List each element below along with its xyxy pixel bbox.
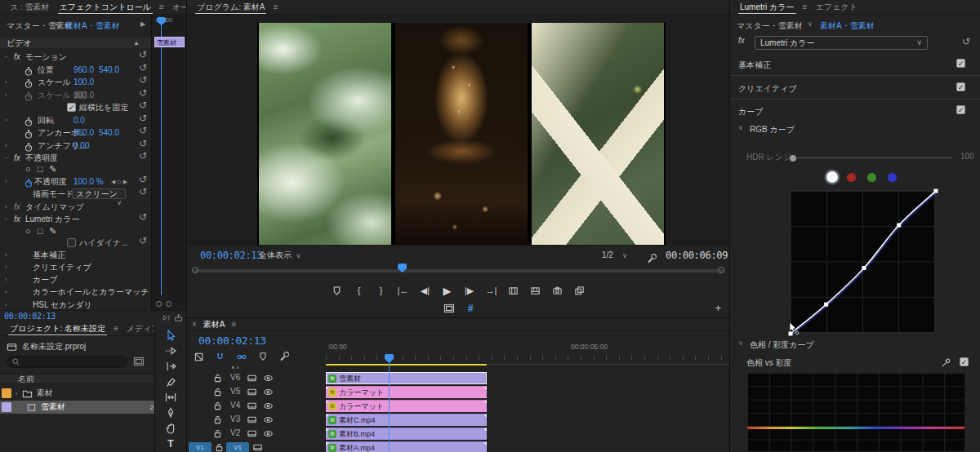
export-frame-icon[interactable]: [552, 285, 564, 296]
timeline-settings-wrench-icon[interactable]: [278, 351, 290, 362]
stopwatch-icon[interactable]: [24, 140, 33, 153]
anchor-x-value[interactable]: 960.0: [74, 126, 94, 139]
effect-row-creative[interactable]: › クリエイティブ: [0, 261, 151, 273]
timeline-clip-a[interactable]: fx素材A.mp4: [326, 441, 487, 452]
track-v2[interactable]: V2 fx素材B.mp4: [187, 428, 729, 440]
track-lock-icon[interactable]: [214, 442, 225, 452]
effect-row-lumetri[interactable]: › fx Lumetri カラー ↺: [0, 213, 151, 225]
ellipse-mask-icon[interactable]: ○: [25, 226, 38, 236]
zoom-handle-right[interactable]: [166, 301, 172, 307]
effect-row-basic-correction[interactable]: › 基本補正: [0, 249, 151, 261]
project-item-bin[interactable]: › 素材: [0, 387, 155, 400]
stopwatch-icon[interactable]: [24, 64, 33, 77]
track-name[interactable]: V6: [230, 373, 240, 382]
sync-lock-icon[interactable]: [252, 442, 263, 452]
twirl-closed-icon[interactable]: ›: [5, 249, 7, 261]
track-visibility-eye-icon[interactable]: [263, 414, 274, 425]
reset-icon[interactable]: ↺: [139, 126, 147, 135]
panel-menu-icon[interactable]: ≡: [114, 324, 118, 333]
collapse-icon[interactable]: ▲: [133, 38, 140, 48]
play-toggle-icon[interactable]: ▶: [140, 20, 145, 28]
razor-tool[interactable]: [165, 376, 176, 387]
tab-sequence[interactable]: 素材A: [200, 318, 229, 331]
tab-media-browser[interactable]: メディア: [122, 322, 154, 335]
eyedropper-icon[interactable]: [941, 357, 951, 368]
chevron-down-icon[interactable]: ∨: [54, 20, 59, 28]
add-marker-icon[interactable]: [332, 285, 343, 296]
button-editor-plus-icon[interactable]: +: [715, 302, 721, 314]
play-icon[interactable]: ▶: [442, 285, 453, 297]
program-scrubber[interactable]: [194, 269, 723, 273]
track-target-v1[interactable]: V1: [226, 442, 249, 452]
reset-icon[interactable]: ↺: [139, 101, 147, 109]
effect-row-curves[interactable]: › カーブ: [0, 273, 151, 286]
stopwatch-icon[interactable]: [24, 115, 33, 127]
twirl-open-icon[interactable]: ›: [0, 218, 12, 220]
pen-mask-icon[interactable]: ✎: [49, 226, 63, 236]
safe-margins-icon[interactable]: [443, 303, 455, 314]
track-visibility-eye-icon[interactable]: [263, 373, 274, 383]
reset-icon[interactable]: ↺: [139, 188, 147, 196]
timeline-clip-c[interactable]: fx素材C.mp4: [326, 414, 487, 426]
track-select-forward-tool[interactable]: [165, 345, 176, 356]
work-area-bar[interactable]: [326, 364, 487, 366]
hdr-checkbox[interactable]: [67, 238, 76, 247]
track-v5[interactable]: V5 fxカラーマット: [187, 386, 729, 398]
effect-row-hdr[interactable]: ハイダイナ... ↺: [0, 237, 151, 249]
project-item-clip[interactable]: 雪素材 2: [0, 401, 155, 414]
program-timecode[interactable]: 00:00:02:13: [200, 246, 262, 264]
rect-mask-icon[interactable]: □: [38, 164, 50, 174]
settings-wrench-icon[interactable]: [646, 250, 657, 268]
tab-project[interactable]: プロジェクト: 名称未設定: [5, 322, 110, 335]
timeline-clip-colormatte[interactable]: fxカラーマット: [326, 386, 487, 398]
twirl-closed-icon[interactable]: ›: [5, 273, 7, 286]
stopwatch-icon-active[interactable]: [24, 176, 33, 188]
antiflicker-value[interactable]: 0.00: [74, 140, 89, 152]
position-y-value[interactable]: 540.0: [99, 64, 119, 76]
effect-row-opacity-group[interactable]: › fx 不透明度 ↺: [0, 152, 151, 164]
twirl-closed-icon[interactable]: ›: [5, 140, 7, 152]
track-name[interactable]: V4: [230, 401, 240, 410]
scrubber-right-handle[interactable]: [718, 267, 724, 273]
effect-row-blend-mode[interactable]: 描画モード スクリーン∨ ↺: [0, 188, 151, 200]
channel-white-dot[interactable]: [826, 171, 838, 183]
sync-lock-icon[interactable]: [247, 428, 257, 439]
sync-lock-icon[interactable]: [247, 387, 257, 397]
hdr-range-slider[interactable]: [791, 157, 952, 158]
track-visibility-eye-icon[interactable]: [263, 428, 274, 439]
twirl-open-icon[interactable]: ∨: [738, 124, 743, 131]
scrubber-left-handle[interactable]: [192, 267, 198, 273]
timeline-clip-colormatte[interactable]: fxカラーマット: [326, 400, 487, 412]
opacity-value[interactable]: 100.0 %: [74, 175, 104, 188]
sync-lock-icon[interactable]: [247, 401, 257, 411]
rotation-value[interactable]: 0.0: [74, 114, 85, 126]
twirl-closed-icon[interactable]: ›: [5, 76, 7, 88]
track-v3[interactable]: V3 fx素材C.mp4: [187, 414, 729, 426]
pen-mask-icon[interactable]: ✎: [49, 164, 63, 174]
curves-checkbox[interactable]: ✓: [956, 105, 965, 114]
timeline-timecode[interactable]: 00:00:02:13: [198, 335, 266, 347]
timeline-clip-b[interactable]: fx素材B.mp4: [326, 428, 487, 440]
section-creative[interactable]: クリエイティブ ✓: [730, 76, 980, 100]
twirl-closed-icon[interactable]: ›: [5, 261, 7, 273]
mini-playhead-icon[interactable]: [157, 17, 166, 25]
hand-tool[interactable]: [165, 423, 176, 433]
reset-icon[interactable]: ↺: [139, 175, 147, 184]
reset-icon[interactable]: ↺: [139, 213, 147, 221]
hdr-slider-handle[interactable]: [790, 155, 796, 162]
go-to-out-icon[interactable]: →|: [486, 286, 497, 295]
stopwatch-icon[interactable]: [24, 77, 33, 89]
track-v6[interactable]: V6 fx雪素材: [187, 372, 729, 384]
project-list-header[interactable]: 名前: [0, 374, 155, 384]
panel-menu-icon[interactable]: ≡: [232, 320, 237, 329]
next-keyframe-icon[interactable]: ▶: [123, 179, 129, 184]
track-lock-icon[interactable]: [212, 373, 223, 383]
mark-in-icon[interactable]: {: [354, 286, 365, 295]
track-lock-icon[interactable]: [212, 414, 223, 425]
transparency-grid-icon[interactable]: #: [468, 303, 474, 314]
section-basic-correction[interactable]: 基本補正 ✓: [730, 52, 980, 76]
lift-icon[interactable]: [508, 285, 519, 296]
rect-mask-icon[interactable]: □: [38, 226, 50, 236]
hue-spectrum-line[interactable]: [747, 427, 964, 429]
sync-lock-icon[interactable]: [247, 414, 257, 425]
